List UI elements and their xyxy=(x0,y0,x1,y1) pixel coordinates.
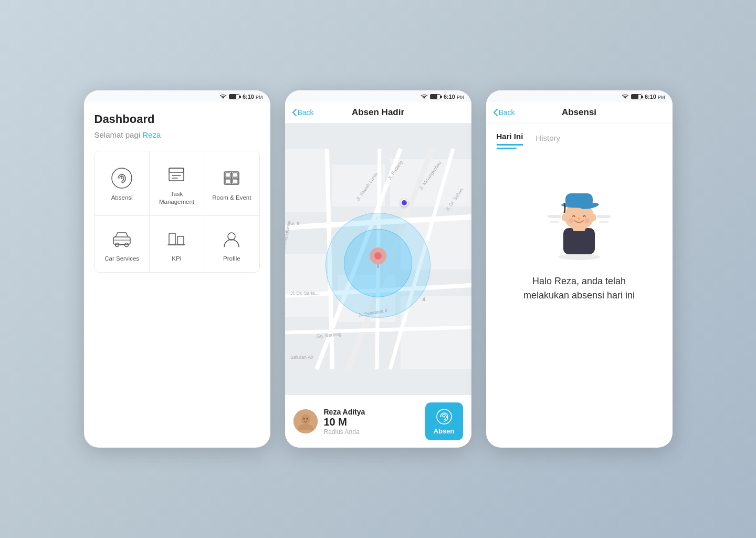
status-bar-3: 6:10 PM xyxy=(486,90,673,102)
back-button-absensi[interactable]: Back xyxy=(494,108,515,117)
user-radius-label: Radius Anda xyxy=(324,428,419,436)
menu-item-kpi[interactable]: KPI xyxy=(150,216,204,272)
svg-text:Jl. Dr. Saha...: Jl. Dr. Saha... xyxy=(290,291,319,296)
svg-point-22 xyxy=(228,233,235,240)
svg-point-72 xyxy=(591,214,596,221)
kpi-icon xyxy=(165,227,188,251)
svg-rect-4 xyxy=(169,168,184,172)
menu-item-car[interactable]: Car Services xyxy=(95,216,150,272)
svg-point-53 xyxy=(374,252,382,260)
absensi-tabs: Hari Ini History xyxy=(497,132,662,146)
illustration-area: Halo Reza, anda telah melakukan absensi … xyxy=(497,170,662,303)
svg-point-57 xyxy=(306,418,308,420)
car-icon xyxy=(110,227,133,251)
user-name: Reza Aditya xyxy=(324,408,419,416)
menu-label-profile: Profile xyxy=(223,255,240,263)
wifi-icon-2 xyxy=(421,94,428,100)
svg-rect-75 xyxy=(550,221,559,223)
status-time-2: 6:10 PM xyxy=(444,94,464,100)
user-distance: 10 M xyxy=(324,416,419,428)
svg-rect-25 xyxy=(285,149,327,212)
svg-text:Jl.: Jl. xyxy=(422,297,426,302)
svg-point-16 xyxy=(125,243,129,246)
absensi-content: Hari Ini History xyxy=(486,123,673,311)
phone-absensi: 6:10 PM Back Absensi Hari Ini History xyxy=(486,90,673,448)
svg-rect-74 xyxy=(597,215,611,218)
svg-rect-31 xyxy=(401,296,471,369)
svg-rect-20 xyxy=(177,236,184,245)
battery-icon-1 xyxy=(229,94,239,99)
dashboard-menu: Absensi Task Management xyxy=(94,151,260,273)
svg-rect-19 xyxy=(169,233,175,245)
dashboard-content: Dashboard Selamat pagi Reza Absensi xyxy=(84,102,270,283)
location-pin xyxy=(369,247,387,270)
status-bar-1: 6:10 PM xyxy=(84,90,270,102)
svg-point-55 xyxy=(301,415,310,424)
battery-icon-2 xyxy=(430,94,440,99)
svg-point-71 xyxy=(562,214,567,221)
menu-label-room: Room & Event xyxy=(212,194,251,202)
nav-bar-absensi: Back Absensi xyxy=(486,102,673,123)
svg-rect-29 xyxy=(285,254,332,317)
status-bar-2: 6:10 PM xyxy=(285,90,471,102)
svg-marker-23 xyxy=(423,97,425,99)
task-icon xyxy=(165,163,188,186)
menu-label-kpi: KPI xyxy=(172,255,182,263)
svg-rect-76 xyxy=(599,221,608,223)
absen-button-label: Absen xyxy=(434,427,455,435)
svg-point-61 xyxy=(558,254,600,260)
absen-button[interactable]: Absen xyxy=(425,402,463,440)
room-icon xyxy=(220,167,243,190)
menu-item-room[interactable]: Room & Event xyxy=(204,151,259,216)
svg-rect-10 xyxy=(225,173,230,177)
battery-icon-3 xyxy=(631,94,642,99)
wifi-icon-3 xyxy=(622,94,629,100)
menu-label-absensi: Absensi xyxy=(111,194,133,202)
profile-icon xyxy=(220,227,243,251)
tab-underline xyxy=(497,148,517,149)
svg-marker-0 xyxy=(222,97,224,99)
map-bottom-panel: Reza Aditya 10 M Radius Anda Absen xyxy=(285,395,471,448)
svg-rect-13 xyxy=(233,179,238,183)
absensi-message: Halo Reza, anda telah melakukan absensi … xyxy=(516,274,642,303)
tab-history[interactable]: History xyxy=(536,133,560,146)
svg-rect-3 xyxy=(169,168,184,181)
dashboard-title: Dashboard xyxy=(94,112,260,126)
menu-item-task[interactable]: Task Management xyxy=(150,151,204,216)
svg-rect-73 xyxy=(548,215,561,218)
user-info-panel: Reza Aditya 10 M Radius Anda xyxy=(324,408,419,436)
welcome-text: Selamat pagi Reza xyxy=(94,130,260,139)
svg-text:Saluran Air: Saluran Air xyxy=(290,355,313,360)
welcome-name: Reza xyxy=(142,130,161,139)
phone-dashboard: 6:10 PM Dashboard Selamat pagi Reza A xyxy=(84,90,270,448)
svg-rect-11 xyxy=(233,173,238,177)
svg-marker-60 xyxy=(624,97,626,99)
menu-label-task: Task Management xyxy=(155,190,198,206)
character-illustration xyxy=(542,170,616,260)
menu-label-car: Car Services xyxy=(104,255,139,263)
nav-bar-map: Back Absen Hadir xyxy=(285,102,471,123)
status-time-3: 6:10 PM xyxy=(645,94,665,100)
svg-point-56 xyxy=(303,418,304,420)
user-avatar xyxy=(293,409,318,433)
svg-point-69 xyxy=(584,218,590,223)
user-location-dot xyxy=(401,199,408,206)
absensi-nav-title: Absensi xyxy=(562,107,596,118)
fingerprint-icon xyxy=(110,167,133,190)
status-time-1: 6:10 PM xyxy=(243,94,263,100)
map-nav-title: Absen Hadir xyxy=(352,107,404,118)
tab-hari-ini[interactable]: Hari Ini xyxy=(497,132,523,146)
menu-item-profile[interactable]: Profile xyxy=(204,216,259,272)
map-area: Jl. Minangkabau Jl. Padang Jl. Sawah Lun… xyxy=(285,123,471,395)
svg-point-59 xyxy=(443,416,445,417)
svg-rect-62 xyxy=(563,228,595,254)
svg-text:G. II: G. II xyxy=(290,221,299,226)
wifi-icon xyxy=(219,94,227,100)
svg-point-15 xyxy=(116,243,119,246)
svg-point-68 xyxy=(569,218,574,223)
menu-item-absensi[interactable]: Absensi xyxy=(95,151,150,216)
svg-point-2 xyxy=(121,178,123,179)
phone-map: 6:10 PM Back Absen Hadir xyxy=(285,90,471,448)
svg-point-70 xyxy=(578,218,580,220)
back-button-map[interactable]: Back xyxy=(292,108,314,117)
